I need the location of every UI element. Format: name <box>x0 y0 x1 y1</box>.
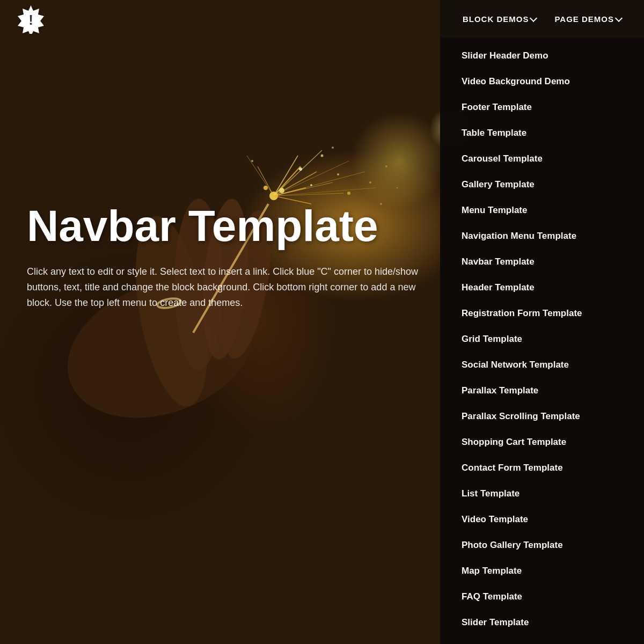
dropdown-item[interactable]: Navbar Template <box>440 249 644 275</box>
dropdown-item[interactable]: Photo Gallery Template <box>440 532 644 558</box>
block-demos-chevron-icon <box>530 14 537 21</box>
dropdown-item[interactable]: Shopping Cart Template <box>440 429 644 455</box>
dropdown-item[interactable]: List Template <box>440 481 644 507</box>
dropdown-item[interactable]: Parallax Template <box>440 378 644 404</box>
dropdown-item[interactable]: Gallery Template <box>440 172 644 197</box>
dropdown-panel: Slider Header DemoVideo Background DemoF… <box>440 38 644 644</box>
hero-title[interactable]: Navbar Template <box>27 204 429 248</box>
logo-badge[interactable]: ! <box>16 4 46 34</box>
dropdown-item[interactable]: Contact Form Template <box>440 455 644 481</box>
dropdown-item[interactable]: Video Background Demo <box>440 69 644 94</box>
block-demos-link[interactable]: BLOCK DEMOS <box>456 10 543 28</box>
dropdown-item[interactable]: FAQ Template <box>440 584 644 610</box>
hero-description[interactable]: Click any text to edit or style it. Sele… <box>27 264 419 310</box>
dropdown-item[interactable]: Slider Template <box>440 610 644 635</box>
svg-text:!: ! <box>28 12 33 28</box>
page-demos-chevron-icon <box>615 14 623 21</box>
dropdown-item[interactable]: Carousel Template <box>440 146 644 172</box>
dropdown-item[interactable]: Navigation Menu Template <box>440 223 644 249</box>
dropdown-item[interactable]: Slider Header Demo <box>440 43 644 69</box>
page-demos-label: PAGE DEMOS <box>554 14 614 24</box>
dropdown-item[interactable]: Grid Template <box>440 326 644 352</box>
nav-links: BLOCK DEMOS PAGE DEMOS <box>456 10 628 28</box>
dropdown-item[interactable]: Video Background Template <box>440 635 644 644</box>
dropdown-item[interactable]: Parallax Scrolling Template <box>440 404 644 429</box>
dropdown-item[interactable]: Header Template <box>440 275 644 301</box>
dropdown-item[interactable]: Map Template <box>440 558 644 584</box>
dropdown-item[interactable]: Registration Form Template <box>440 301 644 326</box>
dropdown-item[interactable]: Table Template <box>440 120 644 146</box>
hero-content: Navbar Template Click any text to edit o… <box>27 204 429 310</box>
dropdown-item[interactable]: Menu Template <box>440 197 644 223</box>
navbar: ! BLOCK DEMOS PAGE DEMOS <box>0 0 644 38</box>
dropdown-item[interactable]: Footer Template <box>440 94 644 120</box>
block-demos-label: BLOCK DEMOS <box>463 14 529 24</box>
dropdown-item[interactable]: Video Template <box>440 507 644 532</box>
dropdown-item[interactable]: Social Network Template <box>440 352 644 378</box>
page-demos-link[interactable]: PAGE DEMOS <box>548 10 628 28</box>
